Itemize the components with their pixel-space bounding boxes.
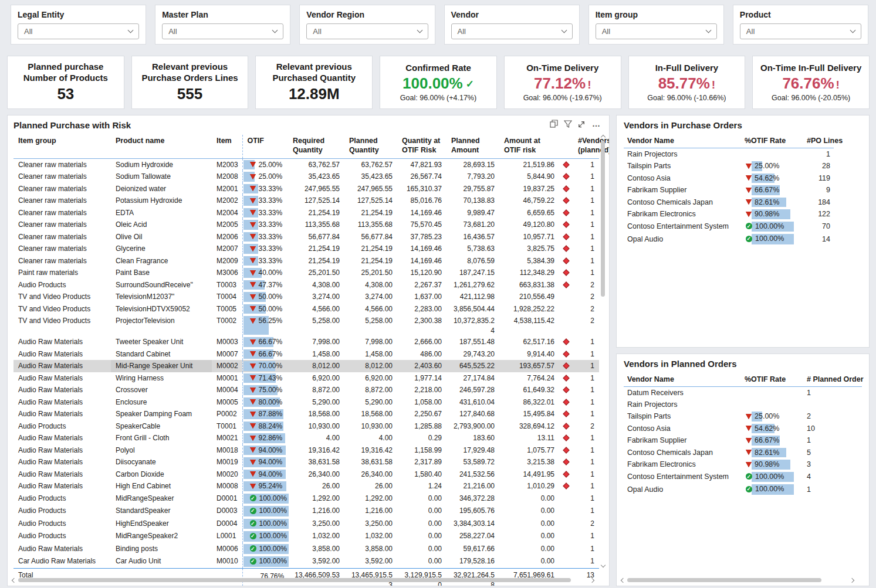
table-row[interactable]: Cleaner raw materialsSodium HydroxideM20… — [13, 158, 599, 171]
table-row[interactable]: TV and Video ProductsTelevisionM12037"T0… — [13, 291, 599, 303]
column-header[interactable]: Item group — [13, 135, 111, 158]
table-row[interactable]: Audio Raw MaterialsWiring HarnessM000171… — [13, 372, 599, 385]
table-row[interactable]: Audio Raw MaterialsMid-Range Speaker Uni… — [13, 360, 599, 372]
scrollbar-thumb[interactable] — [601, 141, 605, 297]
horizontal-scrollbar[interactable] — [621, 576, 854, 584]
vendor-row[interactable]: Contoso Chemicals Japan82.61%184 — [624, 196, 834, 209]
column-header[interactable]: OTIF — [242, 135, 288, 158]
column-header[interactable]: # Planned Order — [803, 374, 862, 387]
slicer-dropdown-master-plan[interactable]: All — [162, 23, 283, 39]
table-row[interactable]: Cleaner raw materialsDeionized waterM200… — [13, 183, 599, 195]
table-row[interactable]: Audio ProductsStandardSpeakerD0003100.00… — [13, 505, 599, 518]
vendor-row[interactable]: Fabrikam Supplier66.67%9 — [624, 184, 834, 196]
scroll-left-icon[interactable] — [621, 577, 625, 582]
scroll-up-icon[interactable] — [601, 135, 606, 140]
vendor-row[interactable]: Contoso Entertainment System100.00%4 — [624, 471, 862, 484]
item-code-cell: T0005 — [212, 303, 242, 315]
table-row[interactable]: Audio Raw MaterialsCrossoverM000475.00%8… — [13, 384, 599, 396]
vendor-row[interactable]: Opal Audio100.00%1 — [624, 483, 862, 496]
table-row[interactable]: Audio Raw MaterialsCarbon DioxideM002094… — [13, 468, 599, 481]
vendor-row[interactable]: Fabrikam Supplier66.67%1 — [624, 434, 862, 447]
vertical-scrollbar[interactable] — [599, 135, 607, 567]
table-row[interactable]: Audio Raw MaterialsDiisocyanateM001994.0… — [13, 456, 599, 468]
vendor-row[interactable]: Rain Projectors1 — [624, 148, 834, 161]
table-row[interactable]: Cleaner raw materialsClean FragranceM200… — [13, 255, 599, 267]
scroll-right-icon[interactable] — [590, 577, 594, 582]
table-row[interactable]: Audio Raw MaterialsTweeter Speaker UnitM… — [13, 336, 599, 348]
column-header[interactable]: PlannedAmount — [447, 135, 499, 158]
column-header[interactable]: %OTIF Rate — [741, 374, 803, 387]
table-row[interactable]: Audio Raw MaterialsFront Grill - ClothM0… — [13, 432, 599, 444]
table-row[interactable]: Audio ProductsMidRangeSpeaker2L0001100.0… — [13, 530, 599, 543]
table-row[interactable]: TV and Video ProductsProjectorTelevision… — [13, 315, 599, 336]
column-header[interactable]: Item — [212, 135, 242, 158]
scrollbar-thumb[interactable] — [18, 578, 571, 582]
table-row[interactable]: Audio ProductsSurroundSoundReceive"T0003… — [13, 279, 599, 291]
vendor-row[interactable]: Fabrikam Electronics90.98%122 — [624, 208, 834, 220]
vendor-row[interactable]: Contoso Entertainment System100.00%70 — [624, 220, 834, 233]
product-name-cell: Diisocyanate — [111, 456, 212, 468]
table-row[interactable]: Cleaner raw materialsEDTAM200433.33%21,2… — [13, 207, 599, 219]
required-qty-cell: 26,340.00 — [288, 468, 344, 481]
column-header[interactable]: Amount atOTIF risk — [499, 135, 559, 158]
table-row[interactable]: Cleaner raw materialsOlive OilM200633.33… — [13, 231, 599, 243]
slicer-dropdown-item-group[interactable]: All — [596, 23, 717, 39]
qty-at-risk-cell: 0.00 — [397, 543, 447, 556]
column-header[interactable]: RequiredQuantity — [288, 135, 344, 158]
table-row[interactable]: TV and Video ProductsTelevisionHDTVX5905… — [13, 303, 599, 315]
vendor-row[interactable]: Contoso Asia54.62%10 — [624, 423, 862, 435]
table-row[interactable]: Cleaner raw materialsOleic AcidM200533.3… — [13, 219, 599, 231]
vendor-row[interactable]: Tailspin Parts25.00%28 — [624, 160, 834, 172]
vendor-row[interactable]: Fabrikam Electronics90.98%3 — [624, 458, 862, 471]
table-row[interactable]: Cleaner raw materialsPotassium Hydroxide… — [13, 195, 599, 207]
qty-at-risk-cell: 26,567.74 — [397, 171, 447, 183]
slicer-dropdown-vendor-region[interactable]: All — [306, 23, 428, 39]
slicer-dropdown-product[interactable]: All — [740, 23, 861, 39]
vendor-row[interactable]: Rain Projectors — [624, 399, 862, 410]
table-row[interactable]: Audio Raw MaterialsPolyolM001894.00%19,3… — [13, 444, 599, 457]
scroll-left-icon[interactable] — [12, 577, 16, 582]
filter-bar: Legal EntityAllMaster PlanAllVendor Regi… — [11, 5, 868, 45]
filter-icon[interactable] — [564, 120, 572, 128]
otif-risk-triangle-icon — [250, 222, 256, 227]
table-row[interactable]: Audio ProductsMidRangeSpeakerD0001100.00… — [13, 492, 599, 505]
table-row[interactable]: Audio Raw MaterialsStandard CabinetM0007… — [13, 348, 599, 361]
copy-icon[interactable] — [550, 120, 558, 128]
table-row[interactable]: Audio ProductsSpeakerCableT000188.24%10,… — [13, 420, 599, 433]
vendor-row[interactable]: Opal Audio100.00%14 — [624, 233, 834, 246]
vendor-row[interactable]: Contoso Asia54.62%119 — [624, 172, 834, 185]
column-header[interactable]: Vendor Name — [624, 374, 741, 387]
column-header[interactable]: Quantity atOTIF Risk — [397, 135, 447, 158]
more-options-icon[interactable]: … — [592, 121, 601, 127]
column-header[interactable]: Vendor Name — [624, 135, 741, 148]
table-row[interactable]: Car Audio Raw MaterialsCar Audio UnitM00… — [13, 555, 599, 568]
item-code-cell: P0002 — [212, 408, 242, 420]
column-header[interactable]: Product name — [111, 135, 212, 158]
slicer-dropdown-vendor[interactable]: All — [451, 23, 573, 39]
table-row[interactable]: Audio Raw MaterialsEnclosureM000580.00%5… — [13, 396, 599, 409]
table-row[interactable]: Cleaner raw materialsSodium TallowateM20… — [13, 171, 599, 183]
slicer-dropdown-legal-entity[interactable]: All — [18, 23, 139, 39]
planned-qty-cell: 18,568.00 — [344, 408, 397, 420]
vendor-row[interactable]: Contoso Chemicals Japan82.61%5 — [624, 447, 862, 459]
table-row[interactable]: Audio Raw MaterialsBinding postsM0006100… — [13, 543, 599, 556]
qty-at-risk-cell: 0.29 — [397, 432, 447, 444]
horizontal-scrollbar[interactable] — [12, 576, 594, 584]
scroll-right-icon[interactable] — [850, 577, 854, 582]
table-row[interactable]: Audio Raw MaterialsHigh End CabinetM0008… — [13, 480, 599, 492]
required-qty-cell: 3,592.00 — [288, 555, 344, 568]
table-row[interactable]: Audio ProductsHighEndSpeakerD0004100.00%… — [13, 518, 599, 531]
column-header[interactable]: #Vendors(planned) — [573, 135, 599, 158]
column-header[interactable]: #PO Lines — [803, 135, 834, 148]
column-header[interactable]: %OTIF Rate — [741, 135, 803, 148]
focus-mode-icon[interactable] — [578, 120, 586, 128]
table-row[interactable]: Cleaner raw materialsGlycerineM200733.33… — [13, 243, 599, 255]
table-row[interactable]: Audio Raw MaterialsSpeaker Damping FoamP… — [13, 408, 599, 420]
vendor-row[interactable]: Datum Receivers1 — [624, 387, 862, 399]
kpi-value: 100.00%✓ — [403, 75, 474, 93]
vendor-row[interactable]: Tailspin Parts25.00%2 — [624, 410, 862, 423]
scrollbar-thumb[interactable] — [627, 578, 821, 582]
column-header[interactable]: PlannedQuantity — [344, 135, 397, 158]
table-row[interactable]: Paint raw materialsPaint BaseM300640.00%… — [13, 267, 599, 279]
scroll-down-icon[interactable] — [601, 563, 606, 567]
